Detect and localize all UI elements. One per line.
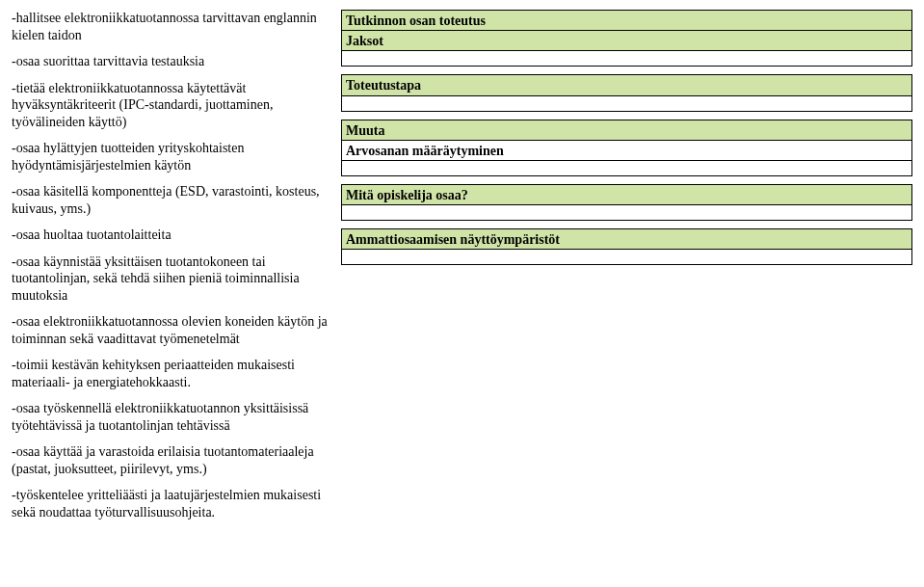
page-root: -hallitsee elektroniikkatuotannossa tarv… <box>0 0 924 530</box>
section-toteutustapa: Toteutustapa <box>341 74 912 111</box>
left-column: -hallitsee elektroniikkatuotannossa tarv… <box>12 10 330 530</box>
competency-item: -osaa huoltaa tuotantolaitteita <box>12 227 330 244</box>
empty-cell <box>341 205 912 221</box>
competency-item: -osaa käsitellä komponentteja (ESD, vara… <box>12 183 330 217</box>
heading-jaksot: Jaksot <box>341 31 912 51</box>
section-muuta: Muuta Arvosanan määräytyminen <box>341 120 912 176</box>
heading-ammattiosaamisen-nayttoymparistot: Ammattiosaamisen näyttöympäristöt <box>341 228 912 250</box>
competency-item: -osaa suorittaa tarvittavia testauksia <box>12 53 330 70</box>
section-mita-opiskelija-osaa: Mitä opiskelija osaa? <box>341 184 912 221</box>
empty-cell <box>341 250 912 265</box>
competency-item: -osaa elektroniikkatuotannossa olevien k… <box>12 313 330 347</box>
heading-mita-opiskelija-osaa: Mitä opiskelija osaa? <box>341 184 912 205</box>
competency-item: -osaa käyttää ja varastoida erilaisia tu… <box>12 443 330 477</box>
competency-item: -hallitsee elektroniikkatuotannossa tarv… <box>12 10 330 43</box>
competency-item: -osaa työskennellä elektroniikkatuotanno… <box>12 400 330 434</box>
section-nayttoymparistot: Ammattiosaamisen näyttöympäristöt <box>341 228 912 265</box>
right-column: Tutkinnon osan toteutus Jaksot Toteutust… <box>341 10 912 530</box>
heading-tutkinnon-osan-toteutus: Tutkinnon osan toteutus <box>341 10 912 31</box>
heading-arvosanan-maaraytyminen: Arvosanan määräytyminen <box>341 141 912 161</box>
section-toteutus: Tutkinnon osan toteutus Jaksot <box>341 10 912 67</box>
empty-cell <box>341 51 912 67</box>
heading-muuta: Muuta <box>341 120 912 141</box>
competency-item: -osaa hylättyjen tuotteiden yrityskohtai… <box>12 140 330 173</box>
empty-cell <box>341 96 912 112</box>
competency-item: -toimii kestävän kehityksen periaatteide… <box>12 357 330 390</box>
empty-cell <box>341 161 912 176</box>
competency-item: -työskentelee yritteliäästi ja laatujärj… <box>12 487 330 520</box>
heading-toteutustapa: Toteutustapa <box>341 74 912 95</box>
competency-item: -tietää elektroniikkatuotannossa käytett… <box>12 80 330 131</box>
competency-item: -osaa käynnistää yksittäisen tuotantokon… <box>12 253 330 305</box>
